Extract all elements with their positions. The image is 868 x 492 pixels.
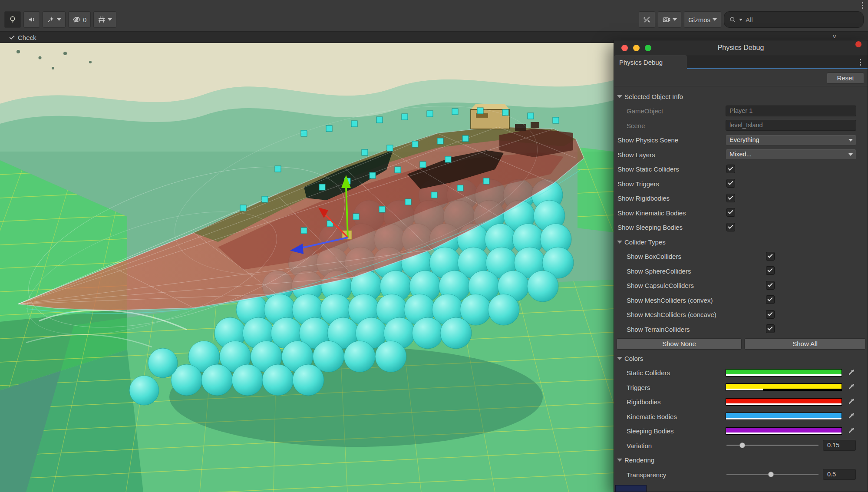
rendering-header[interactable]: Rendering [614,453,868,468]
check-icon [728,209,733,214]
show-boxcolliders-checkbox[interactable] [766,252,775,261]
search-value: All [746,16,753,23]
show-meshcolliders-concave-checkbox[interactable] [766,310,775,319]
dropdown-value: Everything [729,136,759,143]
scene-lighting-button[interactable] [4,11,21,28]
variation-row: Variation 0.15 [614,438,868,453]
gameobject-label: GameObject [627,107,663,115]
color-label: Kinematic Bodies [627,413,677,420]
tab-physics-debug[interactable]: Physics Debug [614,55,687,69]
show-all-button[interactable]: Show All [744,338,866,350]
lightbulb-icon [9,16,17,23]
scene-camera-button[interactable] [658,11,681,28]
tab-label: Physics Debug [619,59,663,66]
grid-visibility-button[interactable] [93,11,116,28]
chevron-down-icon[interactable] [673,18,677,21]
toggle-label: Show Rigidbodies [617,195,670,202]
slider-handle[interactable] [768,472,774,477]
collapsed-panel-marker[interactable]: v [833,32,836,40]
scene-search-input[interactable]: All [724,11,864,28]
maximize-button[interactable] [645,45,651,51]
selected-object-info-header[interactable]: Selected Object Info [614,89,868,104]
sleeping-bodies-color-swatch[interactable] [726,427,842,435]
color-label: Sleeping Bodies [627,427,673,435]
hidden-objects-button[interactable]: 0 [68,11,91,28]
foldout-triangle-icon[interactable] [617,357,622,360]
colors-header[interactable]: Colors [614,351,868,366]
speaker-icon [28,16,36,23]
show-layers-dropdown[interactable]: Mixed... [726,149,856,160]
triggers-color-row: Triggers [614,380,868,395]
cargo-box-top [471,104,509,109]
foldout-triangle-icon[interactable] [617,241,622,244]
foldout-triangle-icon[interactable] [617,95,622,98]
check-toggle[interactable]: Check [10,32,36,43]
eyedropper-icon[interactable] [848,427,855,435]
customize-tools-button[interactable] [639,11,655,28]
minimize-button[interactable] [633,45,640,51]
check-icon [767,252,772,258]
eyedropper-icon[interactable] [848,383,855,391]
scene-field[interactable]: level_Island [726,120,856,131]
sleeping-bodies-color-row: Sleeping Bodies [614,424,868,439]
toggle-label: Show CapsuleColliders [627,282,694,289]
show-static-colliders-checkbox[interactable] [726,165,735,173]
window-menu-icon[interactable] [857,59,863,66]
transparency-value-field[interactable]: 0.5 [823,469,856,480]
check-label: Check [18,34,36,41]
show-triggers-checkbox[interactable] [726,179,735,188]
slider-handle[interactable] [739,442,745,448]
chevron-down-icon[interactable] [57,18,61,21]
show-meshcolliders-convex-checkbox[interactable] [766,295,775,304]
toolbar-menu-icon[interactable] [859,2,865,9]
scene-audio-button[interactable] [23,11,40,28]
search-filter-caret-icon[interactable] [739,19,743,21]
scene-effects-button[interactable] [43,11,66,28]
reset-button[interactable]: Reset [827,73,864,84]
foldout-triangle-icon[interactable] [617,459,622,462]
show-rigidbodies-row: Show Rigidbodies [614,191,868,206]
unity-editor: 0 Gizmos All [0,0,868,492]
gameobject-field[interactable]: Player 1 [726,106,856,116]
show-physics-scene-row: Show Physics Scene Everything [614,133,868,148]
show-sleeping-bodies-checkbox[interactable] [726,223,735,231]
window-titlebar[interactable]: Physics Debug [614,40,868,55]
transparency-slider[interactable] [726,474,818,475]
color-label: Static Colliders [627,369,670,376]
collider-types-header[interactable]: Collider Types [614,234,868,249]
section-label: Collider Types [624,238,666,245]
eyedropper-icon[interactable] [848,398,855,406]
scene-viewport[interactable] [0,43,614,492]
toolbar-right-group: Gizmos All [639,11,864,28]
gizmos-dropdown[interactable]: Gizmos [684,11,721,28]
show-none-all-row: Show None Show All [614,337,868,351]
toolbar-left-group: 0 [4,11,116,28]
show-physics-scene-label: Show Physics Scene [617,136,678,144]
show-rigidbodies-checkbox[interactable] [726,194,735,202]
eyedropper-icon[interactable] [848,369,855,376]
check-icon [9,34,14,39]
eyedropper-icon[interactable] [848,412,855,420]
triggers-color-swatch[interactable] [726,383,842,391]
color-label: Triggers [627,383,650,391]
show-spherecolliders-row: Show SphereColliders [614,264,868,278]
kinematic-bodies-color-swatch[interactable] [726,413,842,420]
variation-slider[interactable] [726,445,818,446]
static-colliders-color-swatch[interactable] [726,369,842,376]
toggle-label: Show TerrainColliders [627,325,690,333]
section-label: Rendering [624,456,654,464]
rigidbodies-color-swatch[interactable] [726,398,842,406]
tools-icon [643,16,651,23]
show-terraincolliders-checkbox[interactable] [766,324,775,333]
show-physics-scene-dropdown[interactable]: Everything [726,135,856,145]
show-none-button[interactable]: Show None [617,338,742,350]
chevron-down-icon[interactable] [108,18,112,21]
show-terraincolliders-row: Show TerrainColliders [614,322,868,337]
show-capsulecolliders-checkbox[interactable] [766,281,775,290]
show-kinematic-bodies-checkbox[interactable] [726,208,735,217]
transparency-row: Transparency 0.5 [614,467,868,482]
show-spherecolliders-checkbox[interactable] [766,266,775,275]
variation-value-field[interactable]: 0.15 [823,440,856,451]
close-button[interactable] [621,45,628,51]
window-title: Physics Debug [614,40,868,55]
